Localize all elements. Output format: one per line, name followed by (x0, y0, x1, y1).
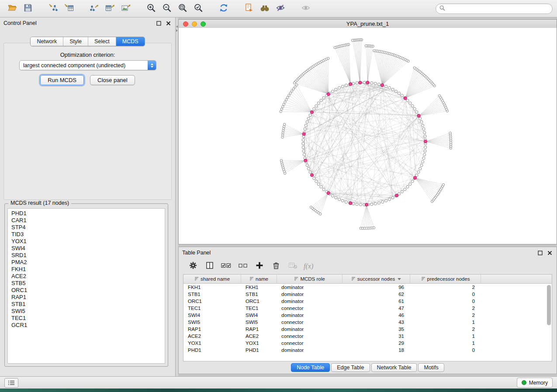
zoom-in-button[interactable] (143, 2, 159, 16)
column-header-shared-name[interactable]: shared name (183, 275, 241, 283)
import-table-button[interactable] (61, 2, 77, 16)
mcds-list-item[interactable]: SWI4 (8, 245, 165, 252)
mcds-list-item[interactable]: PMA2 (8, 259, 165, 266)
table-row[interactable]: YOX1YOX1connector291 (183, 340, 552, 347)
table-cell: 2 (410, 313, 481, 318)
table-row[interactable]: ACE2ACE2connector311 (183, 333, 552, 340)
save-session-button[interactable] (20, 2, 36, 16)
close-table-panel-icon[interactable] (546, 249, 553, 256)
criterion-dropdown[interactable]: largest connected component (undirected) (19, 60, 156, 70)
mcds-list-item[interactable]: RAP1 (8, 294, 165, 301)
clone-network-button[interactable] (241, 2, 257, 16)
save-session-icon (23, 3, 33, 14)
table-cell: ACE2 (241, 334, 277, 339)
select-all-button[interactable] (219, 260, 234, 273)
network-window-titlebar[interactable]: YPA_prune.txt_1 (179, 20, 557, 28)
close-panel-button[interactable]: Close panel (90, 75, 135, 85)
mcds-list-item[interactable]: TEC1 (8, 315, 165, 322)
tab-node-table[interactable]: Node Table (291, 363, 330, 372)
float-panel-icon[interactable] (155, 20, 162, 27)
export-network-icon (90, 3, 99, 14)
tab-network[interactable]: Network (31, 37, 63, 46)
table-row[interactable]: RAP1RAP1dominator352 (183, 326, 552, 333)
table-cell: RAP1 (183, 327, 241, 332)
criterion-dropdown-value: largest connected component (undirected) (20, 62, 148, 69)
tab-motifs[interactable]: Motifs (418, 363, 444, 372)
open-folder-button[interactable] (4, 2, 20, 16)
zoom-out-button[interactable] (159, 2, 175, 16)
mcds-list-item[interactable]: SWI5 (8, 308, 165, 315)
float-table-panel-icon[interactable] (536, 249, 543, 256)
mcds-list-item[interactable]: STB1 (8, 301, 165, 308)
zoom-fit-button[interactable] (175, 2, 190, 16)
unselect-all-button[interactable] (235, 260, 250, 273)
find-binoculars-button[interactable] (257, 2, 273, 16)
export-table-icon (105, 3, 115, 14)
status-list-button[interactable] (4, 378, 18, 388)
mcds-list-item[interactable]: PHD1 (8, 210, 165, 217)
close-panel-icon[interactable] (165, 20, 172, 27)
table-panel-tabs: Node TableEdge TableNetwork TableMotifs (179, 363, 557, 372)
tab-edge-table[interactable]: Edge Table (331, 363, 370, 372)
add-row-button[interactable] (252, 260, 267, 273)
mcds-list-item[interactable]: TID3 (8, 231, 165, 238)
mcds-result-list[interactable]: PHD1CAR1STP4TID3YOX1SWI4SRD1PMA2FKH1ACE2… (7, 208, 165, 364)
column-header-successor-nodes[interactable]: successor nodes (343, 275, 410, 283)
table-row[interactable]: ORC1ORC1dominator610 (183, 298, 552, 305)
clone-network-icon (244, 3, 254, 14)
table-cell: PHD1 (183, 347, 241, 353)
tab-style[interactable]: Style (63, 37, 88, 46)
mcds-list-item[interactable]: YOX1 (8, 238, 165, 245)
mcds-list-item[interactable]: FKH1 (8, 266, 165, 273)
zoom-selected-button[interactable] (190, 2, 206, 16)
mcds-list-item[interactable]: SRD1 (8, 252, 165, 259)
table-row[interactable]: STB1STB1dominator620 (183, 291, 552, 298)
table-cell: dominator (277, 327, 343, 332)
table-cell: 46 (343, 313, 410, 318)
table-row[interactable]: TEC1TEC1connector472 (183, 305, 552, 312)
mcds-list-item[interactable]: CAR1 (8, 217, 165, 224)
mcds-list-item[interactable]: ORC1 (8, 287, 165, 294)
export-table-button[interactable] (102, 2, 118, 16)
settings-gear-button[interactable] (186, 260, 201, 273)
node-table: shared namenameMCDS rolesuccessor nodesp… (183, 274, 552, 361)
export-image-button[interactable] (118, 2, 134, 16)
column-header-name[interactable]: name (241, 275, 277, 283)
table-row[interactable]: SWI4SWI4dominator462 (183, 312, 552, 319)
export-network-button[interactable] (86, 2, 102, 16)
network-canvas[interactable] (179, 28, 557, 244)
search-input[interactable] (447, 5, 549, 12)
column-header-MCDS-role[interactable]: MCDS role (277, 275, 343, 283)
mcds-list-item[interactable]: STB5 (8, 280, 165, 287)
mcds-list-item[interactable]: GCR1 (8, 322, 165, 329)
mcds-list-item[interactable]: STP4 (8, 224, 165, 231)
sort-icon (294, 276, 298, 282)
tab-mcds[interactable]: MCDS (116, 37, 145, 46)
table-cell: YOX1 (241, 340, 277, 346)
import-network-button[interactable] (45, 2, 61, 16)
table-vertical-scrollbar[interactable] (547, 285, 551, 325)
search-box[interactable] (436, 3, 553, 14)
mcds-list-item[interactable]: ACE2 (8, 273, 165, 280)
desktop-wallpaper-strip (0, 389, 557, 392)
network-view-window: YPA_prune.txt_1 (178, 19, 557, 244)
run-mcds-button[interactable]: Run MCDS (40, 75, 84, 85)
delete-row-button[interactable] (269, 260, 284, 273)
column-select-button[interactable] (202, 260, 217, 273)
table-row[interactable]: PHD1PHD1dominator180 (183, 347, 552, 354)
tab-select[interactable]: Select (88, 37, 116, 46)
network-window-title: YPA_prune.txt_1 (179, 21, 557, 27)
memory-button[interactable]: Memory (517, 378, 553, 388)
table-row[interactable]: FKH1FKH1dominator962 (183, 284, 552, 291)
network-graph[interactable] (179, 28, 557, 244)
show-graphics-button[interactable] (298, 2, 314, 16)
zoom-out-icon (162, 3, 172, 14)
table-row[interactable]: SWI5SWI5connector431 (183, 319, 552, 326)
open-folder-icon (7, 3, 17, 14)
hide-graphics-button[interactable] (273, 2, 288, 16)
table-cell: dominator (277, 347, 343, 353)
column-header-predecessor-nodes[interactable]: predecessor nodes (410, 275, 481, 283)
tab-network-table[interactable]: Network Table (371, 363, 417, 372)
refresh-button[interactable] (216, 2, 232, 16)
table-cell: 18 (343, 347, 410, 353)
